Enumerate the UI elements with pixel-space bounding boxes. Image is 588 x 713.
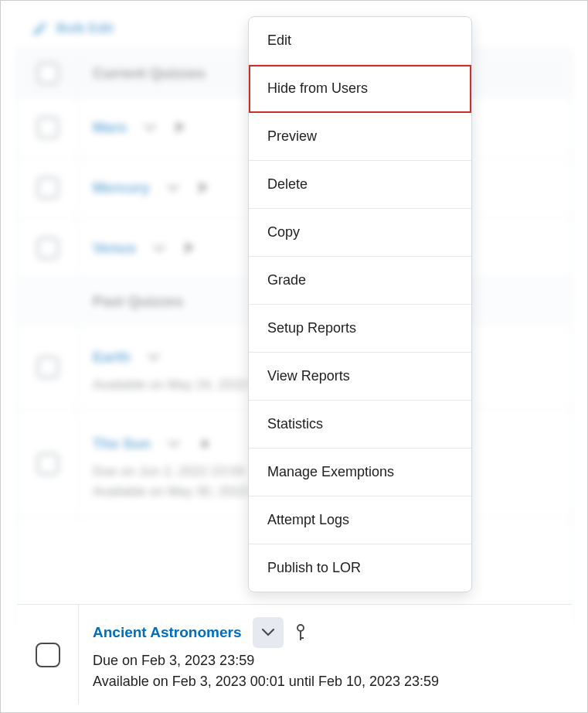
menu-setup-reports[interactable]: Setup Reports [249, 305, 471, 353]
menu-hide-from-users[interactable]: Hide from Users [249, 65, 471, 113]
flag-icon [173, 120, 189, 135]
key-icon [294, 623, 307, 642]
menu-grade[interactable]: Grade [249, 257, 471, 305]
menu-delete[interactable]: Delete [249, 161, 471, 209]
quiz-link-sun[interactable]: The Sun [93, 435, 151, 452]
quiz-actions-earth[interactable] [138, 342, 169, 373]
menu-view-reports[interactable]: View Reports [249, 353, 471, 401]
menu-copy[interactable]: Copy [249, 209, 471, 257]
menu-statistics[interactable]: Statistics [249, 401, 471, 449]
quiz-actions-sun[interactable] [158, 428, 189, 459]
svg-point-0 [297, 625, 304, 631]
svg-rect-2 [300, 637, 304, 639]
edit-icon [32, 20, 49, 37]
quiz-link-mercury[interactable]: Mercury [93, 179, 150, 196]
svg-rect-1 [300, 631, 301, 640]
quiz-actions-ancient[interactable] [253, 617, 284, 648]
select-venus-checkbox[interactable] [37, 237, 59, 259]
menu-manage-exemptions[interactable]: Manage Exemptions [249, 449, 471, 496]
flag-icon [182, 241, 198, 256]
select-ancient-checkbox[interactable] [36, 643, 60, 667]
quiz-due: Due on Feb 3, 2023 23:59 [93, 653, 558, 669]
menu-edit[interactable]: Edit [249, 17, 471, 65]
quiz-actions-mars[interactable] [134, 112, 165, 143]
quiz-link-earth[interactable]: Earth [93, 349, 131, 366]
select-all-current-checkbox[interactable] [37, 63, 59, 84]
quiz-actions-mercury[interactable] [158, 172, 189, 203]
quiz-link-mars[interactable]: Mars [93, 119, 127, 136]
select-sun-checkbox[interactable] [37, 453, 59, 475]
context-menu: Edit Hide from Users Preview Delete Copy… [248, 16, 472, 592]
select-mars-checkbox[interactable] [37, 117, 59, 138]
bulk-edit-label: Bulk Edit [56, 21, 114, 36]
menu-attempt-logs[interactable]: Attempt Logs [249, 496, 471, 544]
quiz-link-ancient[interactable]: Ancient Astronomers [93, 624, 242, 641]
quiz-actions-venus[interactable] [144, 233, 175, 264]
menu-preview[interactable]: Preview [249, 113, 471, 161]
quiz-link-venus[interactable]: Venus [93, 240, 136, 257]
select-mercury-checkbox[interactable] [37, 177, 59, 199]
pin-icon [197, 436, 212, 452]
select-earth-checkbox[interactable] [37, 356, 59, 378]
menu-publish-to-lor[interactable]: Publish to LOR [249, 544, 471, 592]
chevron-down-icon [262, 629, 274, 636]
quiz-availability: Available on Feb 3, 2023 00:01 until Feb… [93, 674, 558, 690]
flag-icon [196, 180, 212, 196]
quiz-row-ancient-astronomers: Ancient Astronomers Due on Feb 3, 2023 2… [17, 604, 572, 704]
